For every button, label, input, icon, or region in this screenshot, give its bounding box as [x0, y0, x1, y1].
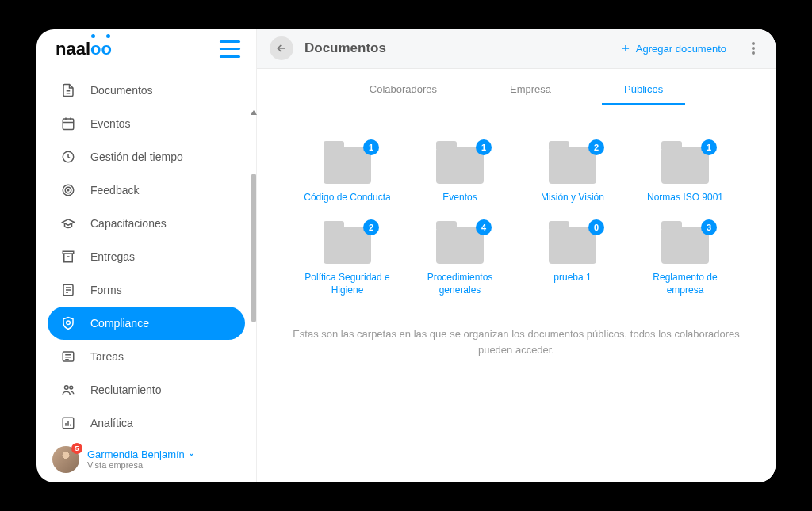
folder-label: prueba 1 — [553, 272, 591, 284]
folder-label: Código de Conducta — [304, 192, 390, 204]
folder-count-badge: 1 — [701, 139, 717, 155]
more-menu-button[interactable] — [744, 39, 763, 58]
svg-rect-2 — [63, 119, 74, 130]
notification-badge: 5 — [71, 443, 82, 454]
graduation-icon — [60, 215, 76, 231]
folder-count-badge: 2 — [363, 219, 379, 235]
chevron-down-icon — [188, 451, 195, 458]
folder-label: Normas ISO 9001 — [647, 192, 723, 204]
svg-point-9 — [67, 189, 69, 191]
svg-point-22 — [65, 385, 69, 389]
folder-procedimientos[interactable]: 4 Procedimientos generales — [415, 227, 505, 296]
nav-label: Capacitaciones — [90, 217, 167, 230]
sidebar-item-documentos[interactable]: Documentos — [48, 74, 245, 107]
folder-prueba-1[interactable]: 0 prueba 1 — [527, 227, 618, 296]
folder-icon — [549, 147, 596, 184]
arrow-left-icon — [275, 42, 288, 55]
tabs: Colaboradores Empresa Públicos — [257, 69, 776, 105]
folder-eventos[interactable]: 1 Eventos — [415, 147, 505, 204]
nav-label: Analítica — [90, 417, 133, 429]
folder-icon — [324, 147, 371, 184]
form-icon — [60, 282, 76, 298]
nav: Documentos Eventos Gestión del tiempo Fe… — [36, 69, 256, 437]
user-subtitle: Vista empresa — [87, 460, 195, 470]
scroll-up-icon — [251, 110, 257, 115]
add-document-label: Agregar documento — [636, 43, 726, 55]
folder-count-badge: 0 — [588, 219, 604, 235]
sidebar-item-eventos[interactable]: Eventos — [48, 107, 245, 140]
sidebar-item-capacitaciones[interactable]: Capacitaciones — [48, 207, 245, 240]
nav-label: Feedback — [90, 184, 139, 196]
main: Documentos Agregar documento Colaborador… — [257, 29, 776, 482]
scroll-thumb[interactable] — [251, 174, 256, 322]
nav-label: Reclutamiento — [90, 383, 162, 396]
sidebar-item-tiempo[interactable]: Gestión del tiempo — [48, 140, 245, 174]
user-name: Garmendia Benjamín — [87, 448, 195, 460]
folder-count-badge: 3 — [701, 219, 717, 235]
sidebar-header: naaloo — [36, 29, 256, 69]
back-button[interactable] — [270, 36, 293, 60]
sidebar-item-feedback[interactable]: Feedback — [48, 174, 245, 207]
sidebar: naaloo Documentos Eventos Gestión del ti… — [36, 29, 257, 482]
avatar: 5 — [52, 446, 79, 473]
app-window: naaloo Documentos Eventos Gestión del ti… — [36, 29, 776, 482]
target-icon — [60, 182, 76, 198]
brand-part2: oo — [90, 39, 112, 59]
kebab-icon — [752, 42, 755, 55]
tab-empresa[interactable]: Empresa — [492, 75, 569, 105]
folder-mision-vision[interactable]: 2 Misión y Visión — [527, 147, 618, 204]
menu-toggle-icon[interactable] — [220, 40, 240, 58]
sidebar-item-forms[interactable]: Forms — [48, 273, 245, 307]
folder-reglamento[interactable]: 3 Reglamento de empresa — [640, 227, 730, 296]
folder-count-badge: 1 — [476, 139, 492, 155]
sidebar-item-compliance[interactable]: Compliance — [48, 307, 245, 340]
folder-icon — [436, 147, 484, 184]
svg-rect-11 — [64, 254, 73, 262]
nav-label: Eventos — [90, 117, 131, 130]
brand-part1: naal — [56, 39, 90, 59]
svg-point-23 — [70, 386, 73, 389]
user-menu[interactable]: 5 Garmendia Benjamín Vista empresa — [36, 437, 256, 482]
nav-label: Forms — [90, 284, 122, 296]
brand-logo[interactable]: naaloo — [56, 39, 112, 59]
svg-point-17 — [67, 321, 71, 325]
sidebar-item-entregas[interactable]: Entregas — [48, 240, 245, 273]
sidebar-item-reclutamiento[interactable]: Reclutamiento — [48, 373, 245, 406]
folder-count-badge: 2 — [588, 139, 604, 155]
folder-label: Procedimientos generales — [415, 272, 505, 296]
tab-publicos[interactable]: Públicos — [607, 75, 680, 105]
content: Colaboradores Empresa Públicos 1 Código … — [257, 69, 776, 482]
nav-label: Gestión del tiempo — [90, 151, 183, 163]
folder-label: Reglamento de empresa — [640, 272, 730, 296]
tab-colaboradores[interactable]: Colaboradores — [352, 75, 454, 105]
folder-label: Política Seguridad e Higiene — [302, 272, 393, 296]
list-icon — [60, 349, 76, 364]
nav-label: Entregas — [90, 250, 135, 263]
folder-label: Misión y Visión — [541, 192, 604, 204]
folder-grid: 1 Código de Conducta 1 Eventos 2 Misión … — [262, 105, 770, 305]
svg-point-33 — [752, 47, 755, 50]
folder-codigo-conducta[interactable]: 1 Código de Conducta — [302, 147, 393, 204]
file-icon — [60, 82, 76, 98]
topbar: Documentos Agregar documento — [257, 29, 776, 69]
folder-icon — [661, 227, 709, 264]
folder-icon — [436, 227, 484, 264]
plus-icon — [620, 43, 631, 54]
archive-icon — [60, 249, 76, 265]
sidebar-item-tareas[interactable]: Tareas — [48, 340, 245, 373]
calendar-icon — [60, 116, 76, 132]
svg-point-34 — [752, 51, 755, 55]
nav-label: Compliance — [90, 317, 149, 330]
nav-label: Tareas — [90, 350, 124, 363]
folder-count-badge: 1 — [363, 139, 379, 155]
helper-text: Estas son las carpetas en las que se org… — [257, 304, 776, 373]
folder-count-badge: 4 — [476, 219, 492, 235]
folder-politica-seguridad[interactable]: 2 Política Seguridad e Higiene — [302, 227, 393, 296]
folder-normas-iso[interactable]: 1 Normas ISO 9001 — [640, 147, 730, 204]
sidebar-item-analitica[interactable]: Analítica — [48, 406, 245, 437]
page-title: Documentos — [304, 40, 386, 56]
people-icon — [60, 382, 76, 398]
sidebar-scrollbar[interactable] — [251, 69, 256, 482]
chart-icon — [60, 415, 76, 431]
add-document-button[interactable]: Agregar documento — [620, 43, 726, 55]
